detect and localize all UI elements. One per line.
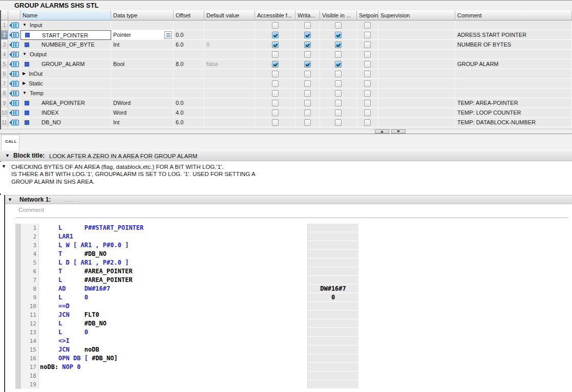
- setpoint-checkbox[interactable]: [364, 119, 371, 126]
- data-type-picker-button[interactable]: [164, 31, 172, 39]
- comment-cell[interactable]: [455, 79, 572, 89]
- setpoint-checkbox[interactable]: [364, 51, 371, 58]
- code-line-text[interactable]: OPN DB [ #DB_NO]: [39, 354, 307, 363]
- offset-cell[interactable]: 0.0: [174, 98, 204, 108]
- code-line-text[interactable]: L D [ AR1 , P#2.0 ]: [39, 258, 307, 267]
- code-line[interactable]: 19: [15, 380, 358, 389]
- code-line[interactable]: 16 OPN DB [ #DB_NO]: [15, 354, 358, 363]
- setpoint-checkbox[interactable]: [364, 22, 371, 29]
- expand-triangle-icon[interactable]: ▼: [23, 91, 27, 95]
- code-line-text[interactable]: JCN noDB: [39, 345, 307, 354]
- code-line-text[interactable]: L #DB_NO: [39, 319, 307, 328]
- code-line-text[interactable]: L P##START_POINTER: [39, 224, 307, 232]
- code-line[interactable]: 15 JCN noDB: [15, 345, 358, 354]
- accessible-checkbox[interactable]: [272, 119, 279, 126]
- code-line-text[interactable]: L 0: [39, 293, 307, 302]
- table-row[interactable]: 3NUMBER_OF_BYTEInt6.00NUMBER OF BYTES: [1, 40, 572, 50]
- code-line-text[interactable]: noDB: NOP 0: [39, 363, 307, 372]
- accessible-checkbox[interactable]: [272, 110, 279, 116]
- visible-checkbox[interactable]: [335, 32, 342, 38]
- expand-triangle-icon[interactable]: ▼: [23, 52, 27, 56]
- header-supervision[interactable]: Supervision: [378, 11, 455, 20]
- setpoint-checkbox[interactable]: [364, 41, 371, 48]
- header-accessible[interactable]: Accessible f...: [255, 11, 295, 20]
- stl-code-editor[interactable]: 1 L P##START_POINTER2 LAR13 L W [ AR1 , …: [15, 224, 358, 389]
- data-type-cell[interactable]: [111, 20, 174, 30]
- writable-checkbox[interactable]: [304, 110, 311, 116]
- writable-checkbox[interactable]: [304, 51, 311, 58]
- code-line[interactable]: 10 ==D: [15, 302, 358, 311]
- comment-cell[interactable]: [455, 20, 572, 30]
- table-row[interactable]: 1▼Input: [1, 20, 572, 30]
- supervision-cell[interactable]: [378, 50, 455, 59]
- offset-cell[interactable]: [174, 79, 204, 89]
- setpoint-checkbox[interactable]: [364, 80, 371, 87]
- code-line[interactable]: 17noDB: NOP 0: [15, 363, 358, 372]
- name-cell[interactable]: ▶InOut: [20, 69, 111, 79]
- offset-cell[interactable]: 8.0: [174, 59, 204, 69]
- offset-cell[interactable]: [174, 50, 204, 59]
- tab-call[interactable]: CALL: [1, 135, 19, 150]
- code-line[interactable]: 7 L #AREA_POINTER: [15, 276, 358, 285]
- default-value-cell[interactable]: [204, 30, 255, 40]
- accessible-checkbox[interactable]: [272, 41, 279, 48]
- supervision-cell[interactable]: [378, 20, 455, 30]
- row-number[interactable]: 5: [1, 59, 8, 69]
- writable-checkbox[interactable]: [304, 119, 311, 126]
- table-row[interactable]: 5GROUP_ALARMBool8.0falseGROUP ALARM: [1, 59, 572, 69]
- code-line-text[interactable]: JCN FLT0: [39, 311, 307, 319]
- setpoint-checkbox[interactable]: [364, 61, 371, 68]
- data-type-cell[interactable]: Word: [111, 108, 174, 118]
- header-default-value[interactable]: Default value: [204, 11, 255, 20]
- data-type-cell[interactable]: [111, 79, 174, 89]
- header-comment[interactable]: Comment: [455, 11, 572, 20]
- data-type-cell[interactable]: [111, 69, 174, 79]
- setpoint-checkbox[interactable]: [364, 110, 371, 116]
- comment-cell[interactable]: [455, 89, 572, 98]
- default-value-cell[interactable]: [204, 69, 255, 79]
- supervision-cell[interactable]: [378, 98, 455, 108]
- data-type-cell[interactable]: [111, 89, 174, 98]
- code-line[interactable]: 4 T #DB_NO: [15, 250, 358, 258]
- comment-cell[interactable]: ADRESS START POINTER: [455, 30, 572, 40]
- accessible-checkbox[interactable]: [272, 51, 279, 58]
- default-value-cell[interactable]: [204, 20, 255, 30]
- offset-cell[interactable]: [174, 69, 204, 79]
- name-cell[interactable]: GROUP_ALARM: [20, 59, 111, 69]
- offset-cell[interactable]: 6.0: [174, 40, 204, 50]
- name-cell[interactable]: ▶Static: [20, 79, 111, 89]
- collapse-triangle-icon[interactable]: ▼: [8, 198, 12, 202]
- table-row[interactable]: 7▶Static: [1, 79, 572, 89]
- expand-triangle-icon[interactable]: ▶: [23, 81, 26, 85]
- data-type-cell[interactable]: [111, 50, 174, 59]
- visible-checkbox[interactable]: [335, 90, 342, 97]
- writable-checkbox[interactable]: [304, 71, 311, 77]
- code-line[interactable]: 2 LAR1: [15, 232, 358, 241]
- network-comment-placeholder[interactable]: Comment: [18, 207, 44, 213]
- code-line[interactable]: 1 L P##START_POINTER: [15, 224, 358, 232]
- name-cell[interactable]: AREA_POINTER: [20, 98, 111, 108]
- default-value-cell[interactable]: [204, 98, 255, 108]
- row-number[interactable]: 7: [1, 79, 8, 89]
- visible-checkbox[interactable]: [335, 80, 342, 87]
- code-line-text[interactable]: L W [ AR1 , P#0.0 ]: [39, 241, 307, 250]
- writable-checkbox[interactable]: [304, 100, 311, 106]
- expand-triangle-icon[interactable]: ▼: [23, 23, 27, 27]
- table-row[interactable]: 8▼Temp: [1, 89, 572, 98]
- name-cell[interactable]: NUMBER_OF_BYTE: [20, 40, 111, 50]
- code-line-text[interactable]: L 0: [39, 328, 307, 337]
- name-cell[interactable]: START_POINTER: [20, 30, 111, 40]
- network-title-placeholder[interactable]: .....: [64, 197, 74, 203]
- default-value-cell[interactable]: [204, 89, 255, 98]
- name-cell[interactable]: ▼Output: [20, 50, 111, 59]
- offset-cell[interactable]: 0.0: [174, 30, 204, 40]
- collapse-triangle-icon[interactable]: ▼: [5, 154, 10, 158]
- header-setpoint[interactable]: Setpoint: [357, 11, 378, 20]
- comment-cell[interactable]: NUMBER OF BYTES: [455, 40, 572, 50]
- expand-triangle-icon[interactable]: ▶: [23, 72, 26, 76]
- visible-checkbox[interactable]: [335, 41, 342, 48]
- name-cell[interactable]: DB_NO: [20, 118, 111, 127]
- header-writable[interactable]: Writa...: [295, 11, 320, 20]
- offset-cell[interactable]: 6.0: [174, 118, 204, 127]
- block-comment-section[interactable]: ▼ CHECKING BYTES OF AN AREA (flag, datab…: [0, 162, 572, 193]
